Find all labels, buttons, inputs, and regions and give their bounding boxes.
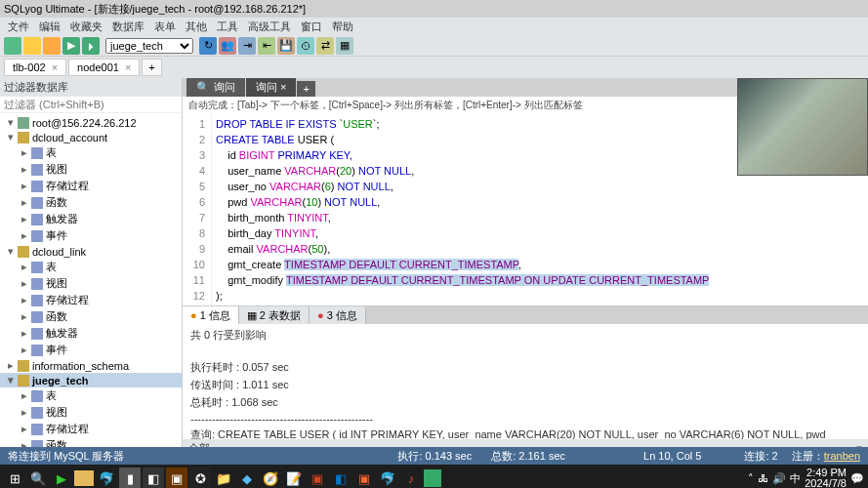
results-body[interactable]: 共 0 行受到影响 执行耗时 : 0.057 sec传送时间 : 1.011 s… — [183, 324, 868, 439]
tray-vol-icon[interactable]: 🔊 — [772, 472, 786, 485]
expand-icon[interactable]: ▸ — [20, 229, 29, 242]
expand-icon[interactable]: ▸ — [20, 277, 29, 290]
tray-clock[interactable]: 2:49 PM2024/7/8 — [805, 468, 847, 488]
expand-icon[interactable]: ▾ — [6, 131, 16, 143]
run-all-icon[interactable]: ⏵ — [82, 37, 100, 55]
tree-item[interactable]: ▸存储过程 — [0, 421, 182, 437]
app-icon[interactable]: 📝 — [283, 468, 305, 488]
run-icon[interactable]: ▶ — [62, 37, 80, 55]
notif-icon[interactable]: 💬 — [850, 472, 864, 485]
menu-tools[interactable]: 工具 — [217, 20, 238, 34]
expand-icon[interactable]: ▸ — [20, 344, 29, 356]
app-icon[interactable]: 🐬 — [96, 468, 117, 488]
search-icon[interactable]: 🔍 — [27, 468, 49, 488]
expand-icon[interactable]: ▸ — [20, 163, 29, 176]
expand-icon[interactable]: ▾ — [6, 116, 16, 129]
tree-item[interactable]: ▸表 — [0, 387, 182, 404]
object-tree[interactable]: ▾root@156.224.26.212▾dcloud_account▸表▸视图… — [0, 113, 182, 447]
result-tab-info[interactable]: ●1 信息 — [183, 306, 239, 324]
conn-tab-2[interactable]: node001× — [68, 59, 140, 76]
expand-icon[interactable]: ▸ — [6, 359, 16, 372]
menu-other[interactable]: 其他 — [186, 20, 207, 34]
tree-item[interactable]: ▸视图 — [0, 404, 182, 421]
menu-adv[interactable]: 高级工具 — [248, 20, 291, 34]
close-icon[interactable]: × — [125, 61, 131, 73]
tree-item[interactable]: ▸事件 — [0, 342, 182, 358]
tree-item[interactable]: ▸存储过程 — [0, 292, 182, 308]
new-conn-icon[interactable] — [4, 37, 21, 55]
app-icon[interactable] — [424, 469, 441, 487]
new-tab-button[interactable]: + — [142, 59, 161, 76]
expand-icon[interactable]: ▸ — [20, 389, 29, 402]
tray-up-icon[interactable]: ˄ — [748, 472, 754, 485]
menu-file[interactable]: 文件 — [8, 20, 29, 34]
tray-net-icon[interactable]: 🖧 — [758, 472, 768, 484]
expand-icon[interactable]: ▸ — [20, 261, 29, 273]
expand-icon[interactable]: ▸ — [20, 213, 29, 225]
tree-item[interactable]: ▾dcloud_link — [0, 244, 182, 259]
expand-icon[interactable]: ▸ — [20, 146, 29, 159]
expand-icon[interactable]: ▸ — [20, 294, 29, 306]
import-icon[interactable]: ⇤ — [258, 37, 275, 55]
users-icon[interactable]: 👥 — [219, 37, 236, 55]
tree-item[interactable]: ▸函数 — [0, 308, 182, 325]
menu-help[interactable]: 帮助 — [332, 20, 353, 34]
result-tab-data[interactable]: ▦2 表数据 — [239, 306, 310, 324]
start-icon[interactable]: ⊞ — [4, 468, 25, 488]
menu-table[interactable]: 表单 — [154, 20, 176, 34]
backup-icon[interactable]: 💾 — [277, 37, 295, 55]
menu-edit[interactable]: 编辑 — [39, 20, 61, 34]
app-icon[interactable]: ▮ — [119, 468, 141, 488]
grid-icon[interactable]: ▦ — [336, 37, 353, 55]
menu-db[interactable]: 数据库 — [112, 20, 145, 34]
app-icon[interactable]: ▣ — [307, 468, 328, 488]
expand-icon[interactable]: ▸ — [20, 327, 29, 340]
app-icon[interactable]: ✪ — [189, 468, 211, 488]
app-icon[interactable]: 🧭 — [260, 468, 281, 488]
schema-select[interactable]: juege_tech — [105, 38, 193, 54]
tray-lang[interactable]: 中 — [790, 471, 801, 486]
tree-item[interactable]: ▸事件 — [0, 227, 182, 244]
expand-icon[interactable]: ▸ — [20, 310, 29, 323]
tree-item[interactable]: ▸视图 — [0, 161, 182, 178]
expand-icon[interactable]: ▸ — [20, 439, 29, 447]
new-query-icon[interactable] — [23, 37, 41, 55]
play-icon[interactable]: ▶ — [51, 468, 72, 488]
app-icon[interactable]: 📁 — [213, 468, 234, 488]
expand-icon[interactable]: ▾ — [6, 374, 16, 386]
app-icon[interactable]: 🐬 — [377, 468, 398, 488]
result-tab-info2[interactable]: ●3 信息 — [310, 306, 366, 324]
app-icon[interactable]: ◆ — [236, 468, 258, 488]
export-icon[interactable]: ⇥ — [238, 37, 256, 55]
filter-input[interactable] — [4, 99, 178, 110]
tree-item[interactable]: ▸触发器 — [0, 211, 182, 227]
tree-item[interactable]: ▸函数 — [0, 437, 182, 447]
expand-icon[interactable]: ▸ — [20, 180, 29, 192]
tree-item[interactable]: ▸函数 — [0, 194, 182, 211]
query-tab-2[interactable]: 询问 × — [246, 78, 296, 97]
tree-item[interactable]: ▸表 — [0, 144, 182, 161]
expand-icon[interactable]: ▸ — [20, 423, 29, 435]
app-icon[interactable]: ▣ — [166, 468, 187, 488]
tree-item[interactable]: ▸触发器 — [0, 325, 182, 342]
reg-link[interactable]: tranben — [824, 450, 860, 462]
conn-tab-1[interactable]: tlb-002× — [4, 59, 66, 76]
new-query-tab[interactable]: + — [297, 81, 314, 97]
tree-item[interactable]: ▸表 — [0, 259, 182, 275]
app-icon[interactable]: ♪ — [400, 468, 422, 488]
query-tab-1[interactable]: 🔍询问 — [186, 78, 245, 97]
expand-icon[interactable]: ▸ — [20, 196, 29, 209]
tree-item[interactable]: ▾dcloud_account — [0, 130, 182, 144]
tree-item[interactable]: ▸存储过程 — [0, 178, 182, 194]
refresh-icon[interactable]: ↻ — [199, 37, 217, 55]
explorer-icon[interactable] — [74, 470, 94, 486]
open-icon[interactable] — [43, 37, 61, 55]
menu-window[interactable]: 窗口 — [301, 20, 322, 34]
diff-icon[interactable]: ⇄ — [316, 37, 334, 55]
app-icon[interactable]: ◧ — [330, 468, 351, 488]
close-icon[interactable]: × — [52, 61, 58, 73]
tree-item[interactable]: ▸视图 — [0, 275, 182, 292]
tree-item[interactable]: ▾juege_tech — [0, 373, 182, 387]
tree-item[interactable]: ▸information_schema — [0, 358, 182, 373]
expand-icon[interactable]: ▾ — [6, 245, 16, 258]
